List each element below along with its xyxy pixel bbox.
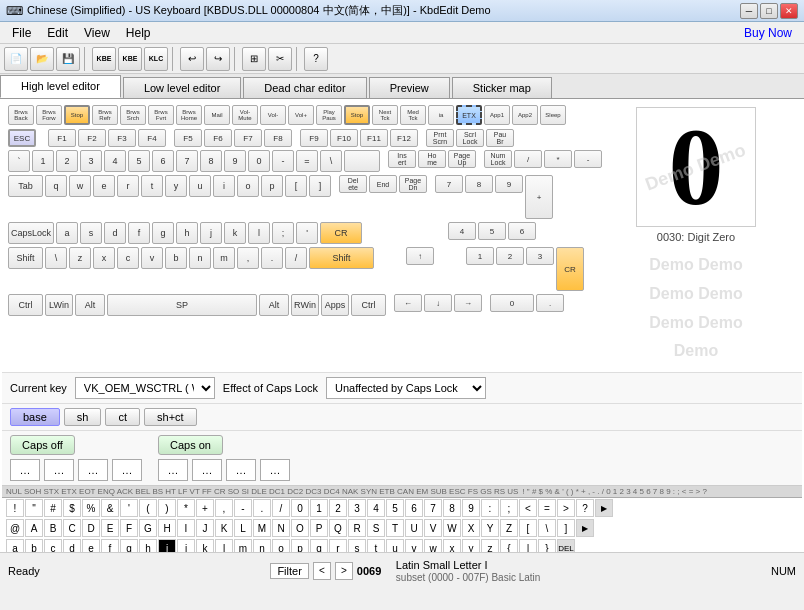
key-lbracket[interactable]: [ bbox=[285, 175, 307, 197]
menu-file[interactable]: File bbox=[4, 24, 39, 42]
char-cell[interactable]: G bbox=[139, 519, 157, 537]
key-down[interactable]: ↓ bbox=[424, 294, 452, 312]
key-f1[interactable]: F1 bbox=[48, 129, 76, 147]
key-shift-left[interactable]: Shift bbox=[8, 247, 43, 269]
char-cell[interactable]: ! bbox=[6, 499, 24, 517]
char-cell[interactable]: - bbox=[234, 499, 252, 517]
undo-button[interactable]: ↩ bbox=[180, 47, 204, 71]
key-alt-right[interactable]: Alt bbox=[259, 294, 289, 316]
key-prev-track[interactable]: MedTck bbox=[400, 105, 426, 125]
char-cell[interactable]: S bbox=[367, 519, 385, 537]
tab-preview[interactable]: Preview bbox=[369, 77, 450, 98]
key-ctrl-right[interactable]: Ctrl bbox=[351, 294, 386, 316]
char-cell[interactable]: 8 bbox=[443, 499, 461, 517]
caps-off-button[interactable]: Caps off bbox=[10, 435, 75, 455]
klc-button[interactable]: KLC bbox=[144, 47, 168, 71]
nav-prev-button[interactable]: < bbox=[313, 562, 331, 580]
char-cell[interactable]: $ bbox=[63, 499, 81, 517]
char-cell[interactable]: 3 bbox=[348, 499, 366, 517]
key-f9[interactable]: F9 bbox=[300, 129, 328, 147]
tab-sticker-map[interactable]: Sticker map bbox=[452, 77, 552, 98]
key-lwin[interactable]: LWin bbox=[45, 294, 73, 316]
key-f2[interactable]: F2 bbox=[78, 129, 106, 147]
kbe2-button[interactable]: KBE bbox=[118, 47, 142, 71]
char-cell[interactable]: C bbox=[63, 519, 81, 537]
key-stop[interactable]: Stop bbox=[64, 105, 90, 125]
close-button[interactable]: ✕ bbox=[780, 3, 798, 19]
key-capslock[interactable]: CapsLock bbox=[8, 222, 54, 244]
key-numsub[interactable]: - bbox=[574, 150, 602, 168]
key-next-track[interactable]: NextTck bbox=[372, 105, 398, 125]
char-cell[interactable]: 9 bbox=[462, 499, 480, 517]
key-space[interactable]: SP bbox=[107, 294, 257, 316]
key-numdiv[interactable]: / bbox=[514, 150, 542, 168]
char-cell[interactable]: 0 bbox=[291, 499, 309, 517]
key-comma[interactable]: , bbox=[237, 247, 259, 269]
key-v[interactable]: v bbox=[141, 247, 163, 269]
char-cell[interactable]: . bbox=[253, 499, 271, 517]
minimize-button[interactable]: ─ bbox=[740, 3, 758, 19]
key-f12[interactable]: F12 bbox=[390, 129, 418, 147]
key-f3[interactable]: F3 bbox=[108, 129, 136, 147]
key-minus[interactable]: - bbox=[272, 150, 294, 172]
char-cell[interactable]: ? bbox=[576, 499, 594, 517]
key-app2[interactable]: App2 bbox=[512, 105, 538, 125]
current-key-dropdown[interactable]: VK_OEM_WSCTRL ( WsCtrl ) bbox=[75, 377, 215, 399]
key-etx[interactable]: ETX bbox=[456, 105, 482, 125]
key-n[interactable]: n bbox=[189, 247, 211, 269]
key-u[interactable]: u bbox=[189, 175, 211, 197]
char-cell[interactable]: Z bbox=[500, 519, 518, 537]
key-f[interactable]: f bbox=[128, 222, 150, 244]
key-numadd[interactable]: + bbox=[525, 175, 553, 219]
char-cell[interactable]: V bbox=[424, 519, 442, 537]
menu-help[interactable]: Help bbox=[118, 24, 159, 42]
key-brws-fvrt[interactable]: BrwsFvrt bbox=[148, 105, 174, 125]
char-cell[interactable]: ; bbox=[500, 499, 518, 517]
key-period[interactable]: . bbox=[261, 247, 283, 269]
char-cell[interactable]: \ bbox=[538, 519, 556, 537]
key-sleep[interactable]: Sleep bbox=[540, 105, 566, 125]
char-cell[interactable]: L bbox=[234, 519, 252, 537]
key-num4[interactable]: 4 bbox=[448, 222, 476, 240]
char-cell[interactable]: X bbox=[462, 519, 480, 537]
char-cell[interactable]: " bbox=[25, 499, 43, 517]
char-cell[interactable]: B bbox=[44, 519, 62, 537]
key-4[interactable]: 4 bbox=[104, 150, 126, 172]
key-num6[interactable]: 6 bbox=[508, 222, 536, 240]
key-g[interactable]: g bbox=[152, 222, 174, 244]
key-app1[interactable]: App1 bbox=[484, 105, 510, 125]
key-b[interactable]: b bbox=[165, 247, 187, 269]
key-s[interactable]: s bbox=[80, 222, 102, 244]
char-cell[interactable]: : bbox=[481, 499, 499, 517]
key-q[interactable]: q bbox=[45, 175, 67, 197]
key-play-pause[interactable]: PlayPaus bbox=[316, 105, 342, 125]
char-cell[interactable]: F bbox=[120, 519, 138, 537]
kbe-button[interactable]: KBE bbox=[92, 47, 116, 71]
key-num3[interactable]: 3 bbox=[526, 247, 554, 265]
char-cell[interactable]: = bbox=[538, 499, 556, 517]
key-right[interactable]: → bbox=[454, 294, 482, 312]
key-0[interactable]: 0 bbox=[248, 150, 270, 172]
key-insert[interactable]: Insert bbox=[388, 150, 416, 168]
key-end[interactable]: End bbox=[369, 175, 397, 193]
new-button[interactable]: 📄 bbox=[4, 47, 28, 71]
key-2[interactable]: 2 bbox=[56, 150, 78, 172]
key-o[interactable]: o bbox=[237, 175, 259, 197]
key-home[interactable]: Home bbox=[418, 150, 446, 168]
key-num7[interactable]: 7 bbox=[435, 175, 463, 193]
key-h[interactable]: h bbox=[176, 222, 198, 244]
char-cell[interactable]: / bbox=[272, 499, 290, 517]
key-t[interactable]: t bbox=[141, 175, 163, 197]
key-5[interactable]: 5 bbox=[128, 150, 150, 172]
key-w[interactable]: w bbox=[69, 175, 91, 197]
key-9[interactable]: 9 bbox=[224, 150, 246, 172]
state-base-button[interactable]: base bbox=[10, 408, 60, 426]
char-cell[interactable]: # bbox=[44, 499, 62, 517]
char-cell[interactable]: % bbox=[82, 499, 100, 517]
char-cell[interactable]: 6 bbox=[405, 499, 423, 517]
key-tab[interactable]: Tab bbox=[8, 175, 43, 197]
char-cell[interactable]: Y bbox=[481, 519, 499, 537]
key-j[interactable]: j bbox=[200, 222, 222, 244]
state-sh-button[interactable]: sh bbox=[64, 408, 102, 426]
key-d[interactable]: d bbox=[104, 222, 126, 244]
